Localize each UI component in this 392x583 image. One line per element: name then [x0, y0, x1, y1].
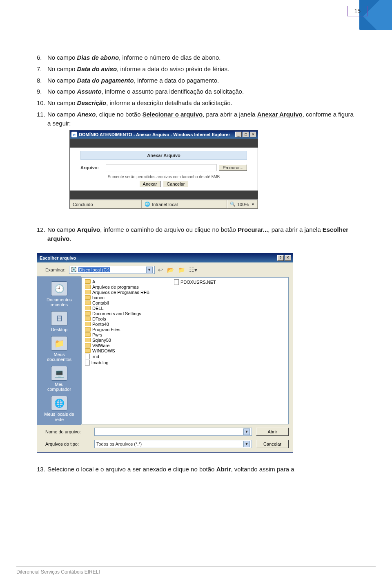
back-icon[interactable]: ↩ [158, 267, 163, 273]
folder-icon [85, 327, 91, 332]
dark-strip-top [70, 139, 258, 148]
dialog-titlebar: Escolher arquivo ? ✕ [37, 253, 293, 262]
folder-icon [85, 322, 91, 326]
file-item[interactable]: Arquivos de Programas RFB [85, 290, 149, 295]
folder-icon [85, 290, 91, 294]
instruction-item-7: 7.No campo Data do aviso, informe a data… [47, 65, 355, 74]
instruction-list-3: 13.Selecione o local e o arquivo a ser a… [37, 465, 355, 474]
procurar-button[interactable]: Procurar... [219, 164, 247, 171]
nav-icons: ↩ 📂 📁 ☷▾ [158, 267, 197, 273]
file-item[interactable]: Contabil [85, 300, 149, 305]
file-item[interactable]: DELL [85, 306, 149, 311]
status-done: Concluído [70, 200, 142, 209]
tipo-label: Arquivos do tipo: [45, 442, 90, 446]
cancelar-button[interactable]: Cancelar [256, 440, 289, 448]
place-network[interactable]: 🌐Meus locais derede [37, 393, 81, 422]
place-computer[interactable]: 💻Meucomputador [37, 363, 81, 392]
file-item[interactable]: DTools [85, 316, 149, 321]
examinar-dropdown[interactable]: 💽 Disco local (C:) ▼ [69, 266, 155, 274]
folder-icon [85, 285, 91, 289]
help-button[interactable]: ? [277, 255, 284, 261]
file-item[interactable]: Pwrs [85, 332, 149, 337]
instruction-item-13: 13.Selecione o local e o arquivo a ser a… [47, 465, 355, 474]
arquivo-label: Arquivo: [80, 165, 103, 170]
escolher-arquivo-dialog: Escolher arquivo ? ✕ Examinar: 💽 Disco l… [37, 253, 293, 453]
file-item[interactable]: PDOXUSRS.NET [174, 279, 216, 285]
views-icon[interactable]: ☷▾ [189, 267, 197, 273]
network-icon: 🌐 [51, 396, 67, 410]
desktop-icon: 🖥 [51, 311, 67, 326]
close-button[interactable]: ✕ [285, 255, 291, 261]
arquivo-input[interactable] [106, 164, 216, 171]
file-item[interactable]: lmab.log [85, 360, 149, 365]
cancelar-button[interactable]: Cancelar [163, 181, 188, 187]
places-bar: 🕘Documentosrecentes 🖥Desktop 📁Meusdocume… [37, 276, 81, 425]
intranet-icon: 🌐 [145, 202, 150, 207]
maximize-button[interactable]: □ [243, 132, 249, 137]
folder-icon [85, 311, 91, 316]
zoom-icon: 🔍 [230, 202, 236, 207]
folder-icon [85, 348, 91, 353]
recent-icon: 🕘 [51, 281, 67, 296]
dropdown-arrow-icon: ▼ [146, 267, 153, 273]
instruction-item-11: 11.No campo Anexo, clique no botão Selec… [47, 110, 355, 128]
file-size-note: Somente serão permitidos arquivos com ta… [70, 174, 258, 181]
file-item[interactable]: Documents and Settings [85, 311, 149, 316]
dropdown-arrow-icon: ▼ [243, 441, 250, 447]
file-icon [85, 354, 90, 359]
folder-icon [85, 306, 91, 310]
nome-input[interactable]: ▼ [94, 428, 252, 436]
anexar-header: Anexar Arquivo [80, 151, 247, 160]
nome-label: Nome do arquivo: [45, 429, 90, 434]
drive-name: Disco local (C:) [78, 267, 111, 272]
folder-icon [85, 300, 91, 305]
dialog-title: Escolher arquivo [39, 256, 276, 260]
folder-icon [85, 316, 91, 321]
instruction-list-2: 12.No campo Arquivo, informe o caminho d… [37, 225, 355, 243]
file-item[interactable]: Arquivos de programas [85, 285, 149, 289]
dropdown-arrow-icon: ▼ [243, 428, 250, 435]
file-icon [174, 279, 179, 285]
folder-icon [85, 295, 91, 300]
file-item[interactable]: .rnd [85, 354, 149, 359]
folder-icon [85, 332, 91, 337]
folder-icon [85, 343, 91, 348]
new-folder-icon[interactable]: 📁 [178, 267, 185, 273]
file-item[interactable]: A [85, 279, 149, 284]
page-number: 15 [347, 6, 368, 16]
file-list[interactable]: AArquivos de programasArquivos de Progra… [81, 277, 289, 424]
status-zoom[interactable]: 🔍100%▼ [227, 200, 258, 209]
file-item[interactable]: Sqlany50 [85, 338, 149, 343]
drive-icon: 💽 [71, 267, 77, 272]
abrir-button[interactable]: Abrir [256, 428, 289, 436]
file-icon [85, 360, 90, 365]
close-button[interactable]: ✕ [250, 132, 256, 137]
place-desktop[interactable]: 🖥Desktop [37, 309, 81, 333]
file-item[interactable]: Program Files [85, 327, 149, 332]
dark-strip-bottom [70, 191, 258, 200]
status-bar: Concluído 🌐Intranet local 🔍100%▼ [70, 200, 258, 209]
documents-icon: 📁 [51, 336, 67, 351]
ie-icon: e [71, 132, 77, 137]
tipo-dropdown[interactable]: Todos os Arquivos (*.*)▼ [94, 440, 252, 448]
anexar-button[interactable]: Anexar [139, 181, 161, 187]
file-item[interactable]: WINDOWS [85, 348, 149, 353]
dialog-title: DOMÍNIO ATENDIMENTO - Anexar Arquivo - W… [79, 132, 234, 137]
footer-divider [16, 566, 376, 567]
anexar-arquivo-dialog: e DOMÍNIO ATENDIMENTO - Anexar Arquivo -… [69, 130, 258, 209]
file-item[interactable]: VMWare [85, 343, 149, 348]
examinar-label: Examinar: [45, 267, 66, 272]
instruction-list: 6.No campo Dias de abono, informe o núme… [37, 53, 355, 128]
computer-icon: 💻 [51, 366, 67, 381]
file-item[interactable]: banco [85, 295, 149, 300]
place-documents[interactable]: 📁Meusdocumentos [37, 334, 81, 363]
instruction-item-6: 6.No campo Dias de abono, informe o núme… [47, 53, 355, 62]
file-item[interactable]: Ponto40 [85, 322, 149, 327]
folder-icon [85, 338, 91, 342]
minimize-button[interactable]: _ [235, 132, 242, 137]
status-intranet: 🌐Intranet local [142, 200, 227, 209]
dialog-titlebar: e DOMÍNIO ATENDIMENTO - Anexar Arquivo -… [70, 130, 258, 139]
folder-icon [85, 279, 91, 284]
up-icon[interactable]: 📂 [167, 267, 174, 273]
place-recent[interactable]: 🕘Documentosrecentes [37, 279, 81, 308]
